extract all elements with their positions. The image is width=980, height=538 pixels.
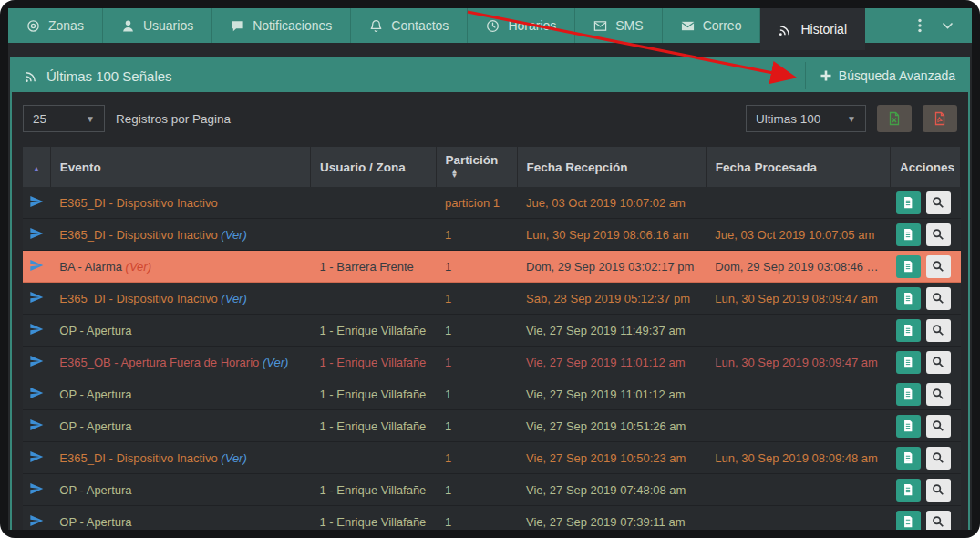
partition-cell: 1: [436, 219, 517, 251]
search-related-button[interactable]: [926, 447, 951, 470]
comment-icon: [231, 19, 244, 33]
user-zone-cell: 1 - Barrera Frente: [311, 251, 437, 283]
kebab-menu-icon[interactable]: [918, 18, 922, 33]
table-row[interactable]: BA - Alarma (Ver)1 - Barrera Frente1Dom,…: [23, 251, 961, 283]
table-row[interactable]: OP - Apertura1 - Enrique Villafañe1Vie, …: [23, 506, 961, 531]
nav-tab-zonas[interactable]: Zonas: [8, 8, 103, 43]
view-details-button[interactable]: [896, 191, 921, 214]
search-related-button[interactable]: [926, 383, 951, 406]
processed-date-cell: [706, 187, 890, 219]
nav-tab-historial[interactable]: Historial: [760, 8, 865, 50]
caret-down-icon: ▼: [847, 114, 856, 124]
table-row[interactable]: E365_DI - Dispositivo Inactivo (Ver)1Vie…: [23, 442, 961, 474]
nav-tab-horarios[interactable]: Horarios: [468, 8, 575, 43]
table-row[interactable]: OP - Apertura1 - Enrique Villafañe1Vie, …: [23, 474, 961, 506]
top-nav: Zonas Usuarios Notificaciones Contactos …: [8, 8, 972, 43]
nav-tab-correo[interactable]: Correo: [663, 8, 761, 43]
search-related-button[interactable]: [926, 287, 951, 310]
paper-plane-icon: [29, 386, 44, 400]
magnifier-icon: [932, 356, 944, 368]
table-row[interactable]: E365_DI - Dispositivo Inactivoparticion …: [23, 187, 961, 219]
chevron-down-icon[interactable]: [942, 22, 954, 30]
event-cell: OP - Apertura: [50, 378, 310, 410]
table-row[interactable]: OP - Apertura1 - Enrique Villafañe1Vie, …: [23, 410, 961, 442]
app-screen: Zonas Usuarios Notificaciones Contactos …: [8, 8, 972, 530]
magnifier-icon: [932, 324, 944, 336]
view-details-button[interactable]: [896, 511, 921, 531]
column-header-evento[interactable]: Evento: [50, 147, 310, 187]
page-size-value: 25: [33, 112, 46, 126]
nav-tab-label: Contactos: [391, 18, 449, 33]
event-text: E365_DI - Dispositivo Inactivo: [59, 228, 217, 242]
nav-tab-label: SMS: [615, 18, 643, 33]
view-details-button[interactable]: [896, 415, 921, 438]
event-cell: OP - Apertura: [50, 474, 310, 506]
view-details-button[interactable]: [896, 319, 921, 342]
row-send-icon-cell: [23, 315, 50, 347]
view-details-button[interactable]: [896, 351, 921, 374]
view-details-button[interactable]: [896, 479, 921, 502]
ver-link[interactable]: (Ver): [218, 451, 247, 465]
search-related-button[interactable]: [926, 319, 951, 342]
actions-cell: [891, 251, 961, 283]
nav-tab-sms[interactable]: SMS: [575, 8, 662, 43]
page-size-select[interactable]: 25 ▼: [23, 105, 105, 132]
user-zone-cell: 1 - Enrique Villafañe: [311, 378, 437, 410]
export-excel-button[interactable]: [877, 105, 912, 132]
ver-link[interactable]: (Ver): [218, 292, 247, 305]
paper-plane-icon: [29, 258, 44, 273]
search-related-button[interactable]: [926, 351, 951, 374]
column-header-fecha-recepcion[interactable]: Fecha Recepción: [517, 147, 706, 187]
view-details-button[interactable]: [896, 223, 921, 246]
column-label: Usuario / Zona: [320, 160, 406, 174]
processed-date-cell: [706, 506, 890, 531]
column-header-sort[interactable]: ▲: [23, 147, 50, 187]
partition-cell: 1: [436, 378, 517, 410]
magnifier-icon: [932, 292, 944, 305]
ver-link[interactable]: (Ver): [122, 260, 151, 274]
range-select[interactable]: Ultimas 100 ▼: [746, 105, 866, 132]
document-icon: [902, 483, 914, 496]
table-row[interactable]: E365_DI - Dispositivo Inactivo (Ver)1Lun…: [23, 219, 961, 251]
nav-tab-notificaciones[interactable]: Notificaciones: [212, 8, 351, 43]
row-send-icon-cell: [23, 506, 50, 531]
reception-date-cell: Vie, 27 Sep 2019 11:01:12 am: [517, 378, 706, 410]
search-related-button[interactable]: [926, 415, 951, 438]
magnifier-icon: [932, 451, 944, 464]
paper-plane-icon: [29, 418, 44, 432]
ver-link[interactable]: (Ver): [259, 356, 288, 369]
paper-plane-icon: [29, 354, 44, 368]
search-related-button[interactable]: [926, 479, 951, 502]
window-frame: Zonas Usuarios Notificaciones Contactos …: [0, 0, 980, 538]
search-related-button[interactable]: [926, 511, 951, 531]
signals-table: ▲ Evento Usuario / Zona Partición▲▼ Fech…: [23, 147, 961, 530]
search-related-button[interactable]: [926, 255, 951, 278]
paper-plane-icon: [29, 450, 44, 464]
table-row[interactable]: OP - Apertura1 - Enrique Villafañe1Vie, …: [23, 378, 961, 410]
column-header-particion[interactable]: Partición▲▼: [436, 147, 517, 187]
nav-tab-contactos[interactable]: Contactos: [351, 8, 468, 43]
advanced-search-button[interactable]: Búsqueda Avanzada: [805, 62, 955, 89]
nav-tab-usuarios[interactable]: Usuarios: [103, 8, 212, 43]
excel-icon: [887, 111, 902, 126]
view-details-button[interactable]: [896, 383, 921, 406]
event-text: BA - Alarma: [59, 260, 122, 274]
view-details-button[interactable]: [896, 447, 921, 470]
search-related-button[interactable]: [926, 191, 951, 214]
event-cell: E365_DI - Dispositivo Inactivo: [50, 187, 310, 219]
column-header-usuario-zona[interactable]: Usuario / Zona: [311, 147, 437, 187]
magnifier-icon: [932, 196, 944, 209]
view-details-button[interactable]: [896, 287, 921, 310]
table-row[interactable]: E365_OB - Apertura Fuera de Horario (Ver…: [23, 347, 961, 378]
ver-link[interactable]: (Ver): [218, 228, 247, 242]
export-pdf-button[interactable]: [923, 105, 957, 132]
table-row[interactable]: OP - Apertura1 - Enrique Villafañe1Vie, …: [23, 315, 961, 347]
magnifier-icon: [932, 260, 944, 273]
document-icon: [902, 260, 914, 273]
view-details-button[interactable]: [896, 255, 921, 278]
column-header-fecha-procesada[interactable]: Fecha Procesada: [706, 147, 890, 187]
table-row[interactable]: E365_DI - Dispositivo Inactivo (Ver)1Sab…: [23, 283, 961, 315]
partition-cell: particion 1: [436, 187, 517, 219]
reception-date-cell: Vie, 27 Sep 2019 07:39:11 am: [517, 506, 706, 531]
search-related-button[interactable]: [926, 223, 951, 246]
